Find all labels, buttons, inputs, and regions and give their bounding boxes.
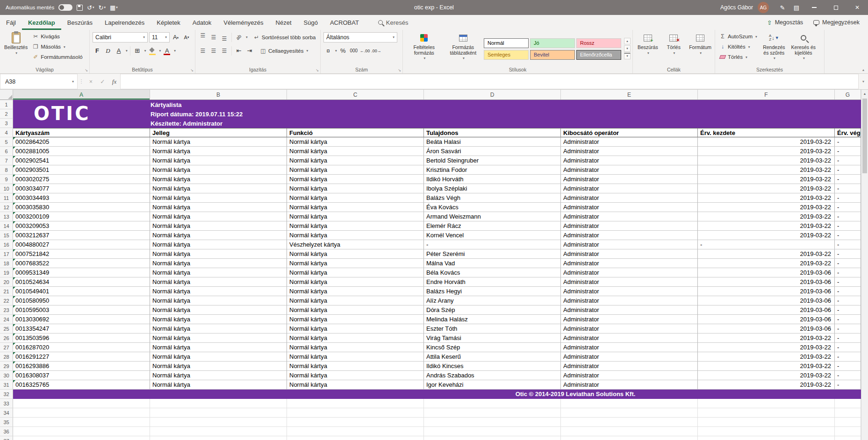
cell-G12[interactable]: - [835,203,861,212]
cell-A29[interactable]: 0016293886 [13,362,150,371]
align-middle-button[interactable]: ☰ [209,32,218,42]
cell-E23[interactable]: Administrator [561,305,698,315]
row-header-1[interactable]: 1 [0,100,13,109]
redo-button[interactable]: ↻▾ [99,4,106,11]
font-dialog-launcher-icon[interactable]: ↘ [190,68,194,72]
cell-E12[interactable]: Administrator [561,203,698,212]
row-header-16[interactable]: 16 [0,240,13,249]
gallery-more-icon[interactable]: ▾ [624,53,631,59]
cell-G19[interactable]: - [835,268,861,277]
row-header-12[interactable]: 12 [0,203,13,212]
fill-button[interactable]: ↓Kitöltés▾ [718,42,759,52]
collapse-ribbon-icon[interactable]: ▴ [862,68,864,72]
cell-D5[interactable]: Beáta Halasi [424,137,561,147]
cell-E31[interactable]: Administrator [561,380,698,390]
row-header-5[interactable]: 5 [0,137,13,147]
cell-D17[interactable]: Péter Szerémi [424,249,561,259]
cell-B23[interactable]: Normál kártya [150,305,287,315]
underline-dropdown-icon[interactable]: ▾ [126,49,128,53]
cell-G13[interactable]: - [835,212,861,221]
insert-dropdown-icon[interactable]: ▾ [647,50,649,56]
cell-style-jó[interactable]: Jó [530,38,575,48]
comments-button[interactable]: Megjegyzések [809,17,864,28]
cell-B10[interactable]: Normál kártya [150,184,287,193]
maximize-button[interactable] [825,0,846,15]
format-painter-button[interactable]: ✐Formátummásoló [31,52,84,62]
cell-F7[interactable]: 2019-03-22 [698,156,835,165]
cell-style-normál[interactable]: Normál [484,38,529,48]
inking-icon[interactable]: ✎ [775,4,789,11]
cell-A7[interactable]: 0002902541 [13,156,150,165]
ribbon-tab-nézet[interactable]: Nézet [270,15,298,30]
cell-A23[interactable]: 0010595003 [13,305,150,315]
cell-C21[interactable]: Normál kártya [287,287,424,296]
cell-F13[interactable]: 2019-03-22 [698,212,835,221]
cell-A5[interactable]: 0002864205 [13,137,150,147]
column-header-B[interactable]: B [150,90,287,99]
cell-D14[interactable]: Elemér Rácz [424,221,561,231]
cell-B24[interactable]: Normál kártya [150,315,287,324]
cell-E7[interactable]: Administrator [561,156,698,165]
comma-style-button[interactable]: 000 [349,46,359,56]
delete-cells-button[interactable]: ✕ Törlés ▾ [662,31,686,65]
decrease-font-button[interactable]: A▾ [182,32,191,42]
italic-button[interactable]: D [103,46,113,56]
cell-G31[interactable]: - [835,380,861,390]
cell-D10[interactable]: Ibolya Széplaki [424,184,561,193]
undo-dropdown-icon[interactable]: ▾ [93,6,94,9]
cell-A25[interactable]: 0013354247 [13,324,150,334]
cell-A20[interactable]: 0010524634 [13,277,150,287]
cell-F30[interactable]: 2019-03-22 [698,371,835,380]
ribbon-tab-képletek[interactable]: Képletek [151,15,187,30]
cell-E16[interactable]: Administrator [561,240,698,249]
cell-A10[interactable]: 0003034077 [13,184,150,193]
cell-F11[interactable]: 2019-03-22 [698,193,835,203]
cell-A13[interactable]: 0003200109 [13,212,150,221]
cell-E5[interactable]: Administrator [561,137,698,147]
cell-E20[interactable]: Administrator [561,277,698,287]
cell-E30[interactable]: Administrator [561,371,698,380]
merge-dropdown-icon[interactable]: ▾ [306,49,308,53]
conditional-formatting-button[interactable]: Feltételes formázás ▾ [406,31,443,65]
row-header-6[interactable]: 6 [0,147,13,156]
cell-A34[interactable] [13,408,150,418]
cell-B35[interactable] [150,418,287,427]
cell-C25[interactable]: Normál kártya [287,324,424,334]
align-bottom-button[interactable]: ☰ [220,32,229,42]
format-as-table-dropdown-icon[interactable]: ▾ [463,56,465,61]
cell-B20[interactable]: Normál kártya [150,277,287,287]
accounting-format-button[interactable]: ¤ [323,46,333,56]
row-header-13[interactable]: 13 [0,212,13,221]
cell-E24[interactable]: Administrator [561,315,698,324]
cell-E9[interactable]: Administrator [561,175,698,184]
cell-B4[interactable]: Jelleg [150,128,287,137]
row-header-14[interactable]: 14 [0,221,13,231]
borders-button[interactable]: ⊞ [133,46,142,56]
cell-C8[interactable]: Normál kártya [287,165,424,175]
percent-button[interactable]: % [338,46,348,56]
cell-F29[interactable]: 2019-03-22 [698,362,835,371]
cell-G33[interactable] [835,399,861,408]
sort-filter-button[interactable]: AZ↓▼ Rendezés és szűrés ▾ [760,31,788,65]
formula-bar-divider[interactable]: ⋮ [78,74,85,89]
row-header-26[interactable]: 26 [0,334,13,343]
row-header-25[interactable]: 25 [0,324,13,334]
cell-B30[interactable]: Normál kártya [150,371,287,380]
cell-F9[interactable]: 2019-03-22 [698,175,835,184]
cell-E18[interactable]: Administrator [561,259,698,268]
fill-color-dropdown-icon[interactable]: ▾ [159,49,161,53]
increase-font-button[interactable]: A▴ [171,32,180,42]
cell-B36[interactable] [150,427,287,436]
name-box-dropdown-icon[interactable]: ▾ [72,79,74,84]
cell-B14[interactable]: Normál kártya [150,221,287,231]
cell-A28[interactable]: 0016291227 [13,352,150,362]
decrease-indent-button[interactable]: ⇤ [234,46,244,56]
row-header-19[interactable]: 19 [0,268,13,277]
format-dropdown-icon[interactable]: ▾ [700,50,702,56]
font-color-button[interactable]: A [162,46,172,56]
cell-C33[interactable] [287,399,424,408]
cell-C36[interactable] [287,427,424,436]
cell-G4[interactable]: Érv. vége [835,128,861,137]
cell-G21[interactable]: - [835,287,861,296]
cell-C23[interactable]: Normál kártya [287,305,424,315]
